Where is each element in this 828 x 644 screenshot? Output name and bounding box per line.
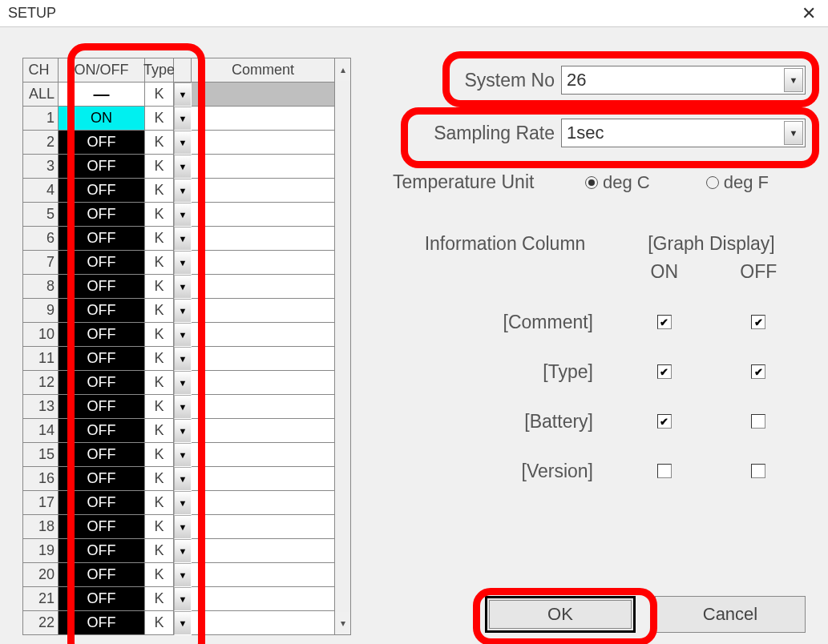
row-comment[interactable] bbox=[192, 155, 335, 179]
scroll-up-icon[interactable]: ▴ bbox=[335, 58, 350, 81]
row-type-dropdown[interactable]: ▼ bbox=[174, 323, 192, 347]
ok-button[interactable]: OK bbox=[485, 596, 636, 633]
all-type-dropdown[interactable]: ▼ bbox=[174, 83, 192, 107]
row-type-dropdown[interactable]: ▼ bbox=[174, 587, 192, 611]
row-type[interactable]: K bbox=[145, 611, 174, 635]
row-type-dropdown[interactable]: ▼ bbox=[174, 251, 192, 275]
row-onoff[interactable]: OFF bbox=[59, 251, 145, 275]
radio-degf[interactable]: deg F bbox=[706, 172, 769, 193]
row-type-dropdown[interactable]: ▼ bbox=[174, 515, 192, 539]
row-onoff[interactable]: OFF bbox=[59, 323, 145, 347]
checkbox-on[interactable]: ✔ bbox=[657, 364, 672, 379]
row-comment[interactable] bbox=[192, 179, 335, 203]
row-onoff[interactable]: OFF bbox=[59, 275, 145, 299]
row-type[interactable]: K bbox=[145, 539, 174, 563]
checkbox-on[interactable]: ✔ bbox=[657, 414, 672, 429]
row-type[interactable]: K bbox=[145, 155, 174, 179]
all-onoff[interactable]: ― bbox=[59, 83, 145, 107]
row-type[interactable]: K bbox=[145, 395, 174, 419]
row-onoff[interactable]: OFF bbox=[59, 371, 145, 395]
row-type[interactable]: K bbox=[145, 107, 174, 131]
row-type-dropdown[interactable]: ▼ bbox=[174, 179, 192, 203]
row-onoff[interactable]: OFF bbox=[59, 515, 145, 539]
row-type[interactable]: K bbox=[145, 443, 174, 467]
row-comment[interactable] bbox=[192, 395, 335, 419]
checkbox-off[interactable]: ✔ bbox=[751, 315, 765, 329]
row-comment[interactable] bbox=[192, 251, 335, 275]
row-type-dropdown[interactable]: ▼ bbox=[174, 299, 192, 323]
row-type-dropdown[interactable]: ▼ bbox=[174, 419, 192, 443]
row-comment[interactable] bbox=[192, 275, 335, 299]
row-comment[interactable] bbox=[192, 539, 335, 563]
row-comment[interactable] bbox=[192, 371, 335, 395]
radio-degc[interactable]: deg C bbox=[585, 172, 650, 193]
row-onoff[interactable]: OFF bbox=[59, 563, 145, 587]
row-type-dropdown[interactable]: ▼ bbox=[174, 203, 192, 227]
row-type[interactable]: K bbox=[145, 251, 174, 275]
row-type-dropdown[interactable]: ▼ bbox=[174, 155, 192, 179]
checkbox-off[interactable]: ✔ bbox=[751, 364, 765, 379]
chevron-down-icon[interactable]: ▼ bbox=[784, 68, 803, 92]
row-onoff[interactable]: OFF bbox=[59, 611, 145, 635]
row-comment[interactable] bbox=[192, 563, 335, 587]
row-onoff[interactable]: OFF bbox=[59, 203, 145, 227]
row-comment[interactable] bbox=[192, 227, 335, 251]
row-comment[interactable] bbox=[192, 611, 335, 635]
row-type[interactable]: K bbox=[145, 491, 174, 515]
row-type[interactable]: K bbox=[145, 419, 174, 443]
row-type[interactable]: K bbox=[145, 227, 174, 251]
row-type[interactable]: K bbox=[145, 467, 174, 491]
row-type[interactable]: K bbox=[145, 347, 174, 371]
sampling-rate-combo[interactable]: 1sec ▼ bbox=[561, 119, 806, 147]
close-icon[interactable]: ✕ bbox=[793, 3, 825, 24]
row-comment[interactable] bbox=[192, 587, 335, 611]
row-onoff[interactable]: OFF bbox=[59, 491, 145, 515]
row-type[interactable]: K bbox=[145, 563, 174, 587]
row-comment[interactable] bbox=[192, 347, 335, 371]
row-type[interactable]: K bbox=[145, 515, 174, 539]
checkbox-on[interactable] bbox=[657, 464, 672, 478]
row-comment[interactable] bbox=[192, 299, 335, 323]
checkbox-on[interactable]: ✔ bbox=[657, 315, 672, 329]
row-type-dropdown[interactable]: ▼ bbox=[174, 347, 192, 371]
cancel-button[interactable]: Cancel bbox=[655, 596, 806, 633]
row-type[interactable]: K bbox=[145, 371, 174, 395]
row-onoff[interactable]: OFF bbox=[59, 131, 145, 155]
scroll-track[interactable] bbox=[335, 81, 350, 612]
row-comment[interactable] bbox=[192, 323, 335, 347]
row-type[interactable]: K bbox=[145, 275, 174, 299]
row-type-dropdown[interactable]: ▼ bbox=[174, 227, 192, 251]
row-type-dropdown[interactable]: ▼ bbox=[174, 611, 192, 635]
row-type-dropdown[interactable]: ▼ bbox=[174, 395, 192, 419]
row-comment[interactable] bbox=[192, 131, 335, 155]
row-type-dropdown[interactable]: ▼ bbox=[174, 275, 192, 299]
scroll-down-icon[interactable]: ▾ bbox=[335, 612, 350, 634]
row-comment[interactable] bbox=[192, 443, 335, 467]
grid-scrollbar[interactable]: ▴ ▾ bbox=[335, 58, 351, 635]
row-type-dropdown[interactable]: ▼ bbox=[174, 539, 192, 563]
row-type[interactable]: K bbox=[145, 179, 174, 203]
row-comment[interactable] bbox=[192, 203, 335, 227]
row-comment[interactable] bbox=[192, 467, 335, 491]
row-onoff[interactable]: OFF bbox=[59, 395, 145, 419]
all-comment[interactable] bbox=[192, 83, 335, 107]
row-type[interactable]: K bbox=[145, 587, 174, 611]
row-onoff[interactable]: OFF bbox=[59, 299, 145, 323]
row-onoff[interactable]: OFF bbox=[59, 179, 145, 203]
row-comment[interactable] bbox=[192, 515, 335, 539]
row-onoff[interactable]: OFF bbox=[59, 587, 145, 611]
row-type[interactable]: K bbox=[145, 203, 174, 227]
row-type-dropdown[interactable]: ▼ bbox=[174, 107, 192, 131]
row-comment[interactable] bbox=[192, 419, 335, 443]
row-type-dropdown[interactable]: ▼ bbox=[174, 131, 192, 155]
row-comment[interactable] bbox=[192, 107, 335, 131]
checkbox-off[interactable] bbox=[751, 414, 765, 429]
row-type-dropdown[interactable]: ▼ bbox=[174, 563, 192, 587]
row-onoff[interactable]: ON bbox=[59, 107, 145, 131]
row-type-dropdown[interactable]: ▼ bbox=[174, 443, 192, 467]
system-no-combo[interactable]: 26 ▼ bbox=[561, 66, 806, 95]
row-onoff[interactable]: OFF bbox=[59, 443, 145, 467]
row-onoff[interactable]: OFF bbox=[59, 347, 145, 371]
row-onoff[interactable]: OFF bbox=[59, 467, 145, 491]
row-type-dropdown[interactable]: ▼ bbox=[174, 371, 192, 395]
